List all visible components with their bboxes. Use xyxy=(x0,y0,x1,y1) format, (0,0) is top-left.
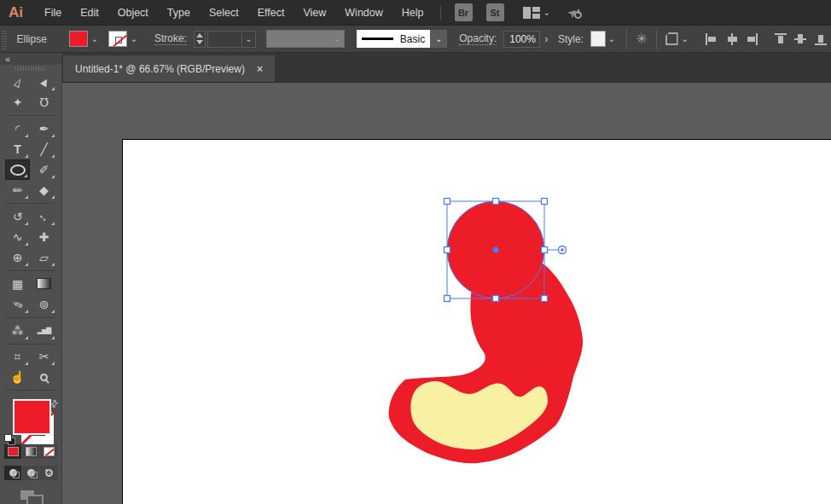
tool-gradient[interactable] xyxy=(32,274,56,294)
draw-inside-button[interactable] xyxy=(40,466,57,480)
tool-paintbrush[interactable]: ✐ xyxy=(32,159,56,180)
align-vertical-center-icon[interactable] xyxy=(794,33,806,45)
selection-handle-se[interactable] xyxy=(542,296,548,302)
tool-ellipse[interactable] xyxy=(5,159,30,180)
tool-perspective-grid[interactable]: ▱ xyxy=(32,247,56,268)
default-fill-stroke-icon[interactable] xyxy=(4,434,15,445)
selection-handle-nw[interactable] xyxy=(445,199,450,205)
tool-hand[interactable]: ☝ xyxy=(5,367,30,387)
tool-group-divider xyxy=(6,115,55,116)
menu-object[interactable]: Object xyxy=(108,7,158,19)
tool-width[interactable]: ∿ xyxy=(5,227,30,247)
stroke-chevron-icon[interactable]: ⌄ xyxy=(127,31,141,47)
draw-behind-button[interactable] xyxy=(22,466,39,480)
none-swatch-icon xyxy=(44,447,55,456)
fill-color-swatch[interactable] xyxy=(69,31,88,47)
slice-icon: ✂ xyxy=(39,350,49,362)
tool-puppet-warp[interactable]: ✚ xyxy=(32,227,56,247)
stroke-weight-stepper[interactable] xyxy=(194,31,206,48)
style-swatch[interactable] xyxy=(590,31,606,47)
recolor-artwork-icon[interactable]: ✳ xyxy=(636,31,647,47)
tool-line-segment[interactable]: ╱ xyxy=(32,139,56,159)
change-screen-mode-icon[interactable] xyxy=(20,490,41,504)
tool-lasso[interactable]: ℧ xyxy=(32,92,56,113)
tool-selection[interactable]: ▻ xyxy=(5,72,30,92)
graphic-styles-button[interactable]: St xyxy=(486,3,504,21)
tool-shape-builder[interactable]: ⊕ xyxy=(5,247,30,268)
style-chevron-icon[interactable]: ⌄ xyxy=(606,31,619,47)
tool-scale[interactable]: ↔ xyxy=(32,206,56,227)
opacity-forward-icon[interactable]: › xyxy=(540,31,553,48)
none-button[interactable] xyxy=(40,444,57,459)
align-horizontal-center-icon[interactable] xyxy=(726,33,738,45)
menu-edit[interactable]: Edit xyxy=(71,7,108,19)
align-horizontal-left-icon[interactable] xyxy=(706,33,718,45)
tool-magic-wand[interactable]: ✦ xyxy=(5,92,30,113)
gpu-performance-button[interactable]: ➤ xyxy=(567,6,582,20)
document-tab[interactable]: Untitled-1* @ 66.67% (RGB/Preview) × xyxy=(63,55,275,82)
selection-handle-e[interactable] xyxy=(542,247,548,253)
align-horizontal-right-icon[interactable] xyxy=(747,33,758,45)
document-setup-chevron-icon[interactable]: ⌄ xyxy=(682,34,689,43)
workspace-switcher-icon[interactable] xyxy=(523,7,540,19)
tool-symbol-sprayer[interactable]: ⁂ xyxy=(5,321,30,341)
selection-center-point[interactable] xyxy=(493,247,499,253)
color-button[interactable] xyxy=(4,444,21,459)
tool-rotate[interactable]: ↺ xyxy=(5,206,30,227)
document-tab-bar: Untitled-1* @ 66.67% (RGB/Preview) × xyxy=(62,53,831,83)
brushes-button[interactable]: Br xyxy=(455,3,473,21)
menu-file[interactable]: File xyxy=(35,7,71,19)
tool-curvature[interactable]: ◜ xyxy=(5,119,30,139)
live-shape-widget-dot xyxy=(561,248,564,252)
align-vertical-bottom-icon[interactable] xyxy=(815,33,827,45)
tool-mesh[interactable]: ▦ xyxy=(5,274,30,294)
selection-handle-sw[interactable] xyxy=(445,296,450,302)
selection-handle-s[interactable] xyxy=(493,296,499,302)
tool-pen[interactable]: ✒ xyxy=(32,119,56,139)
tool-artboard[interactable]: ⌗ xyxy=(5,346,30,367)
tool-pencil[interactable]: ✏ xyxy=(5,180,30,200)
menu-help[interactable]: Help xyxy=(392,7,433,19)
tool-direct-selection[interactable]: ► xyxy=(32,72,56,92)
menu-view[interactable]: View xyxy=(293,7,335,19)
style-label: Style: xyxy=(558,33,584,45)
opacity-label[interactable]: Opacity: xyxy=(459,32,497,45)
selection-handle-w[interactable] xyxy=(445,247,450,253)
brush-definition-select[interactable]: Basic ⌄ xyxy=(357,30,447,48)
stroke-color-swatch[interactable] xyxy=(108,31,127,47)
tools-panel-grip[interactable] xyxy=(0,65,61,72)
tool-blend[interactable]: ⊚ xyxy=(32,294,56,315)
close-icon[interactable]: × xyxy=(257,63,263,75)
tool-slice[interactable]: ✂ xyxy=(32,346,56,367)
fill-indicator[interactable] xyxy=(13,399,51,435)
puppet-warp-pin-icon: ✚ xyxy=(39,231,49,243)
selection-handle-ne[interactable] xyxy=(542,199,548,205)
chevron-down-icon[interactable]: ⌄ xyxy=(543,8,550,17)
panel-collapse-button[interactable]: « xyxy=(0,53,61,65)
control-separator xyxy=(656,29,657,49)
selection-handle-n[interactable] xyxy=(493,199,499,205)
menu-select[interactable]: Select xyxy=(200,7,248,19)
gradient-button[interactable] xyxy=(22,444,39,459)
opacity-input[interactable]: 100% xyxy=(503,31,540,48)
tool-eraser[interactable]: ◆ xyxy=(32,180,56,200)
brush-chevron-icon[interactable]: ⌄ xyxy=(430,30,447,48)
fill-chevron-icon[interactable]: ⌄ xyxy=(88,31,102,47)
stroke-weight-chevron-icon[interactable]: ⌄ xyxy=(241,32,255,47)
width-profile-select: ⌄ xyxy=(266,30,345,48)
tool-zoom[interactable] xyxy=(32,367,56,387)
align-vertical-top-icon[interactable] xyxy=(775,33,787,45)
menu-effect[interactable]: Effect xyxy=(248,7,294,19)
tool-eyedropper[interactable]: ✏ xyxy=(5,294,30,315)
document-setup-icon[interactable] xyxy=(665,32,678,45)
selection-arrow-icon: ▻ xyxy=(10,75,26,89)
menu-type[interactable]: Type xyxy=(158,7,200,19)
stroke-weight-label[interactable]: Stroke: xyxy=(154,32,187,45)
control-bar-grip[interactable] xyxy=(2,29,7,49)
stroke-weight-select[interactable]: ⌄ xyxy=(207,31,256,48)
tool-type[interactable]: T xyxy=(5,139,30,159)
canvas[interactable] xyxy=(62,83,831,504)
tool-column-graph[interactable]: ▂▅▇ xyxy=(32,321,56,341)
menu-window[interactable]: Window xyxy=(335,7,392,19)
draw-normal-button[interactable] xyxy=(4,466,21,480)
